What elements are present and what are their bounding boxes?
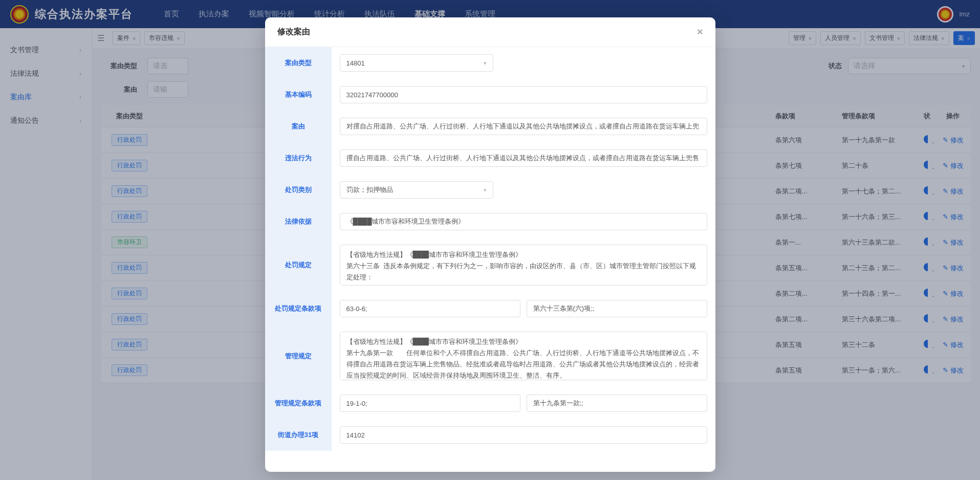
f-law-input[interactable]: [340, 213, 707, 230]
close-icon[interactable]: ✕: [696, 27, 703, 37]
chevron-down-icon: ▾: [484, 187, 487, 193]
modal-title: 修改案由: [277, 27, 310, 37]
chevron-down-icon: ▾: [484, 60, 487, 67]
f-ay-input[interactable]: [340, 118, 707, 135]
f-code-label: 基本编码: [265, 79, 332, 111]
f-type-label: 案由类型: [265, 47, 332, 79]
f-illegal-label: 违法行为: [265, 142, 332, 174]
f-mclause-a-input[interactable]: [340, 395, 520, 412]
f-pclause-b-input[interactable]: [527, 300, 707, 317]
f-mclause-b-input[interactable]: [527, 395, 707, 412]
f-prule-textarea[interactable]: [340, 245, 707, 286]
f-street-label: 街道办理31项: [265, 419, 332, 451]
f-pclause-a-input[interactable]: [340, 300, 520, 317]
f-code-input[interactable]: [340, 86, 707, 103]
f-illegal-input[interactable]: [340, 149, 707, 167]
f-mclause-label: 管理规定条款项: [265, 387, 332, 419]
f-ay-label: 案由: [265, 111, 332, 142]
modal-body: 案由类型 14801▾ 基本编码 案由 违法行为 处罚类别: [265, 47, 715, 472]
f-pcat-select[interactable]: 罚款；扣押物品▾: [340, 181, 493, 199]
f-pclause-label: 处罚规定条款项: [265, 293, 332, 324]
f-street-input[interactable]: [340, 426, 707, 444]
edit-modal: 修改案由 ✕ 案由类型 14801▾ 基本编码 案由 违法: [265, 17, 715, 472]
f-law-label: 法律依据: [265, 206, 332, 237]
f-pcat-label: 处罚类别: [265, 174, 332, 206]
f-mrule-textarea[interactable]: [340, 332, 707, 380]
f-type-select[interactable]: 14801▾: [340, 54, 493, 72]
f-prule-label: 处罚规定: [265, 237, 332, 293]
f-mrule-label: 管理规定: [265, 324, 332, 387]
modal-mask[interactable]: 修改案由 ✕ 案由类型 14801▾ 基本编码 案由 违法: [0, 0, 980, 480]
